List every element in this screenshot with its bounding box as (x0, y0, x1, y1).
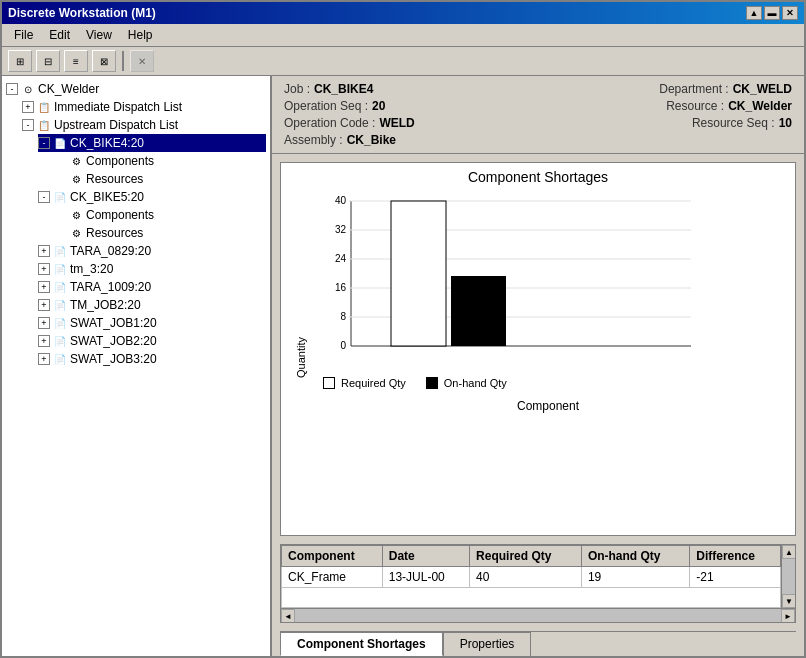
expand-root[interactable]: - (6, 83, 18, 95)
toolbar: ⊞ ⊟ ≡ ⊠ ✕ (2, 47, 804, 76)
toolbar-btn-1[interactable]: ⊞ (8, 50, 32, 72)
op-code-value: WELD (379, 116, 414, 130)
item-icon-7: 📄 (52, 316, 68, 330)
tree-tm3[interactable]: + 📄 tm_3:20 (38, 260, 266, 278)
resource-row: Resource : CK_Welder (548, 99, 792, 113)
tree-tara1009[interactable]: + 📄 TARA_1009:20 (38, 278, 266, 296)
tree-immediate-label: Immediate Dispatch List (54, 100, 182, 114)
toolbar-btn-4[interactable]: ⊠ (92, 50, 116, 72)
legend-box-required (323, 377, 335, 389)
tree-swatjob2[interactable]: + 📄 SWAT_JOB2:20 (38, 332, 266, 350)
tree-panel: - ⊙ CK_Welder + 📋 Immediate Dispatch Lis… (2, 76, 272, 656)
resource-seq-label: Resource Seq : (692, 116, 775, 130)
item-icon-3: 📄 (52, 244, 68, 258)
expand-swatjob2[interactable]: + (38, 335, 50, 347)
expand-tm3[interactable]: + (38, 263, 50, 275)
col-component: Component (282, 546, 383, 567)
tree-tara0829[interactable]: + 📄 TARA_0829:20 (38, 242, 266, 260)
scroll-track-h (295, 609, 781, 622)
tree-bike4-res-label: Resources (86, 172, 143, 186)
assembly-value: CK_Bike (347, 133, 396, 147)
folder-icon-2: 📋 (36, 118, 52, 132)
dept-value: CK_WELD (733, 82, 792, 96)
menu-edit[interactable]: Edit (41, 26, 78, 44)
tree-bike5-comp-label: Components (86, 208, 154, 222)
scroll-up-btn[interactable]: ▲ (782, 545, 795, 559)
tree-swatjob1[interactable]: + 📄 SWAT_JOB1:20 (38, 314, 266, 332)
chart-title: Component Shortages (281, 163, 795, 191)
tree-tmjob2-label: TM_JOB2:20 (70, 298, 141, 312)
resource-value: CK_Welder (728, 99, 792, 113)
expand-tara0829[interactable]: + (38, 245, 50, 257)
item-icon-5: 📄 (52, 280, 68, 294)
cell-required-qty: 40 (470, 567, 582, 588)
legend-required: Required Qty (323, 377, 406, 389)
tree-tm3-label: tm_3:20 (70, 262, 113, 276)
expand-bike4[interactable]: - (38, 137, 50, 149)
op-code-row: Operation Code : WELD (284, 116, 528, 130)
tab-properties[interactable]: Properties (443, 632, 532, 656)
scroll-down-btn[interactable]: ▼ (782, 594, 795, 608)
scroll-left-btn[interactable]: ◄ (281, 609, 295, 623)
job-row: Job : CK_BIKE4 (284, 82, 528, 96)
main-window: Discrete Workstation (M1) ▲ ▬ ✕ File Edi… (0, 0, 806, 658)
item-icon-8: 📄 (52, 334, 68, 348)
maximize-button[interactable]: ▬ (764, 6, 780, 20)
chart-legend: Required Qty On-hand Qty (311, 371, 785, 395)
cell-difference: -21 (690, 567, 781, 588)
main-content: - ⊙ CK_Welder + 📋 Immediate Dispatch Lis… (2, 76, 804, 656)
scroll-right-btn[interactable]: ► (781, 609, 795, 623)
table-header-row: Component Date Required Qty On-hand Qty … (282, 546, 781, 567)
x-axis-title: Component (311, 395, 785, 417)
tree-bike4[interactable]: - 📄 CK_BIKE4:20 (38, 134, 266, 152)
toolbar-btn-3[interactable]: ≡ (64, 50, 88, 72)
expand-tara1009[interactable]: + (38, 281, 50, 293)
menu-help[interactable]: Help (120, 26, 161, 44)
toolbar-btn-5[interactable]: ✕ (130, 50, 154, 72)
tree-bike4-label: CK_BIKE4:20 (70, 136, 144, 150)
tree-swatjob2-label: SWAT_JOB2:20 (70, 334, 157, 348)
toolbar-btn-2[interactable]: ⊟ (36, 50, 60, 72)
expand-bike5[interactable]: - (38, 191, 50, 203)
dept-row: Department : CK_WELD (548, 82, 792, 96)
tree-tara1009-label: TARA_1009:20 (70, 280, 151, 294)
tree-bike5-resources[interactable]: ⚙ Resources (54, 224, 266, 242)
tree-tmjob2[interactable]: + 📄 TM_JOB2:20 (38, 296, 266, 314)
tree-bike4-components[interactable]: ⚙ Components (54, 152, 266, 170)
item-icon-4: 📄 (52, 262, 68, 276)
tree-immediate-dispatch[interactable]: + 📋 Immediate Dispatch List (22, 98, 266, 116)
tree-swatjob3-label: SWAT_JOB3:20 (70, 352, 157, 366)
table-scrollbar-h[interactable]: ◄ ► (281, 608, 795, 622)
y-tick-40: 40 (335, 195, 347, 206)
tree-bike5[interactable]: - 📄 CK_BIKE5:20 (38, 188, 266, 206)
chart-area: Component Shortages Quantity 0 (280, 162, 796, 536)
tree-bike5-components[interactable]: ⚙ Components (54, 206, 266, 224)
toolbar-separator (122, 51, 124, 71)
menu-file[interactable]: File (6, 26, 41, 44)
menu-view[interactable]: View (78, 26, 120, 44)
window-title: Discrete Workstation (M1) (8, 6, 156, 20)
expand-tmjob2[interactable]: + (38, 299, 50, 311)
table-scrollbar-v[interactable]: ▲ ▼ (781, 545, 795, 608)
component-icon-2: ⚙ (68, 208, 84, 222)
expand-swatjob1[interactable]: + (38, 317, 50, 329)
minimize-button[interactable]: ▲ (746, 6, 762, 20)
resource-label: Resource : (666, 99, 724, 113)
tree-swatjob3[interactable]: + 📄 SWAT_JOB3:20 (38, 350, 266, 368)
y-axis-label: Quantity (291, 191, 311, 525)
tree-upstream-dispatch[interactable]: - 📋 Upstream Dispatch List (22, 116, 266, 134)
expand-upstream[interactable]: - (22, 119, 34, 131)
job-value: CK_BIKE4 (314, 82, 373, 96)
expand-immediate[interactable]: + (22, 101, 34, 113)
tree-tara0829-label: TARA_0829:20 (70, 244, 151, 258)
tree-bike4-resources[interactable]: ⚙ Resources (54, 170, 266, 188)
tab-component-shortages[interactable]: Component Shortages (280, 632, 443, 656)
tree-root-label: CK_Welder (38, 82, 99, 96)
table-row[interactable]: CK_Frame 13-JUL-00 40 19 -21 (282, 567, 781, 588)
expand-swatjob3[interactable]: + (38, 353, 50, 365)
job-label: Job : (284, 82, 310, 96)
chart-container: Quantity 0 8 (281, 191, 795, 535)
title-bar: Discrete Workstation (M1) ▲ ▬ ✕ (2, 2, 804, 24)
tree-root[interactable]: - ⊙ CK_Welder (6, 80, 266, 98)
close-button[interactable]: ✕ (782, 6, 798, 20)
